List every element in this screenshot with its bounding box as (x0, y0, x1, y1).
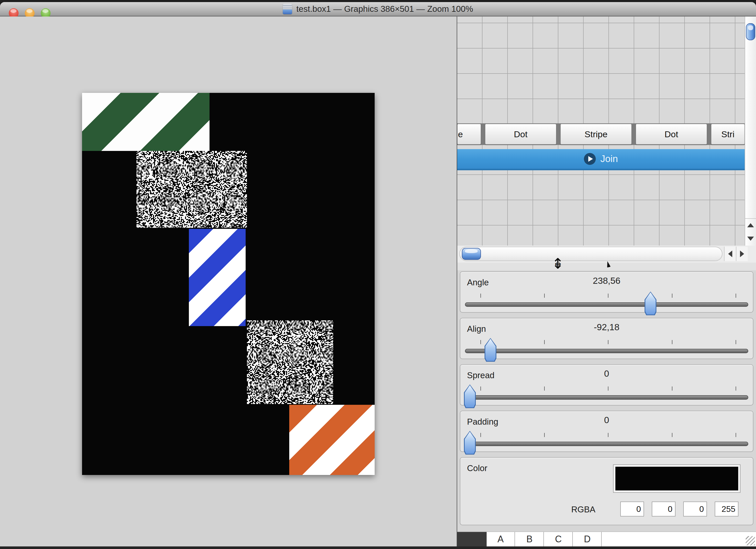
tick-mark (544, 433, 545, 437)
color-swatch[interactable] (613, 464, 741, 493)
noise-texture-1 (136, 151, 247, 228)
rgba-row: RGBA (460, 502, 750, 518)
scroll-down-button[interactable] (745, 232, 756, 245)
scroll-right-button[interactable] (736, 247, 748, 261)
down-arrow-icon (747, 237, 754, 241)
spread-slider-track[interactable] (465, 395, 748, 400)
tick-mark (544, 340, 545, 344)
horizontal-scrollbar[interactable] (457, 246, 756, 263)
pattern-panel: e Dot Stripe Dot Stri Join (457, 17, 756, 546)
tick-mark (736, 294, 736, 298)
tick-mark (608, 433, 608, 437)
tick-mark (736, 340, 736, 344)
padding-slider-thumb[interactable] (464, 431, 476, 455)
title-bar[interactable]: test.box1 — Graphics 386×501 — Zoom 100% (0, 2, 756, 17)
window-title: test.box1 — Graphics 386×501 — Zoom 100% (296, 4, 473, 14)
vertical-scrollbar[interactable] (745, 17, 756, 246)
tick-mark (736, 433, 736, 437)
alpha-field[interactable] (715, 502, 738, 516)
up-arrow-icon (747, 223, 754, 227)
tab-b[interactable]: B (516, 532, 544, 546)
pattern-button-stripe-partial[interactable]: e (457, 124, 481, 144)
tick-mark (544, 294, 545, 298)
tick-mark (672, 340, 672, 344)
tick-mark (480, 433, 481, 437)
spread-slider-thumb[interactable] (464, 384, 476, 408)
blue-field[interactable] (683, 502, 707, 516)
noise-texture-2 (247, 320, 333, 404)
padding-slider-track[interactable] (465, 442, 748, 446)
vertical-scrollbar-arrows (745, 218, 756, 246)
tab-d[interactable]: D (573, 532, 602, 546)
red-field[interactable] (620, 502, 644, 516)
tick-mark (480, 386, 481, 391)
tick-mark (608, 340, 608, 344)
inspector-panel: Angle 238,56 Align -92,18 (457, 270, 756, 531)
document-icon (283, 4, 292, 14)
angle-slider-thumb[interactable] (645, 292, 656, 315)
tick-mark (480, 340, 481, 344)
play-icon (584, 153, 596, 165)
tick-mark (672, 386, 672, 391)
align-slider-track[interactable] (465, 349, 748, 353)
left-arrow-icon (728, 251, 732, 257)
tick-mark (672, 433, 672, 437)
pattern-button-row: e Dot Stripe Dot Stri (457, 123, 756, 145)
color-label: Color (467, 463, 487, 473)
tick-mark (608, 386, 608, 391)
tab-a[interactable]: A (487, 532, 515, 546)
scroll-left-button[interactable] (724, 247, 736, 261)
tick-mark (672, 294, 672, 298)
orange-striped-rect (289, 405, 375, 475)
tick-mark (544, 386, 545, 391)
green-striped-rect (82, 93, 210, 151)
pattern-button-stripe-partial-right[interactable]: Stri (711, 124, 745, 144)
pattern-button-stripe[interactable]: Stripe (560, 124, 632, 144)
rgba-label: RGBA (571, 505, 596, 514)
horizontal-scrollbar-track[interactable] (459, 247, 722, 261)
join-button[interactable]: Join (457, 149, 745, 170)
blue-striped-rect (189, 229, 246, 326)
right-arrow-icon (740, 251, 744, 257)
pane-splitter[interactable]: ↕↔ (457, 263, 756, 270)
document-canvas-area[interactable] (0, 17, 457, 546)
color-group: Color RGBA (460, 457, 753, 525)
align-slider-thumb[interactable] (485, 338, 496, 362)
color-swatch-fill (615, 467, 738, 490)
vertical-scrollbar-thumb[interactable] (746, 23, 755, 40)
padding-slider-group: Padding 0 (460, 411, 753, 452)
angle-slider-track[interactable] (465, 302, 748, 307)
green-field[interactable] (652, 502, 675, 516)
pattern-button-dot-2[interactable]: Dot (636, 124, 707, 144)
tick-mark (736, 386, 736, 391)
resize-grip[interactable] (746, 536, 755, 545)
scroll-up-button[interactable] (745, 219, 756, 232)
corner-cell (457, 532, 487, 546)
pattern-button-dot-1[interactable]: Dot (485, 124, 556, 144)
artwork[interactable] (82, 93, 375, 475)
align-slider-group: Align -92,18 (460, 318, 753, 359)
horizontal-scrollbar-thumb[interactable] (462, 248, 481, 260)
angle-slider-group: Angle 238,56 (460, 271, 753, 313)
desktop-strip (0, 546, 756, 549)
tick-mark (608, 294, 608, 298)
tick-mark (480, 294, 481, 298)
tab-c[interactable]: C (544, 532, 573, 546)
desktop: test.box1 — Graphics 386×501 — Zoom 100%… (0, 0, 756, 549)
join-label: Join (600, 154, 618, 164)
app-window: test.box1 — Graphics 386×501 — Zoom 100%… (0, 2, 756, 546)
spread-slider-group: Spread 0 (460, 364, 753, 406)
bottom-tab-bar: A B C D (457, 531, 756, 546)
